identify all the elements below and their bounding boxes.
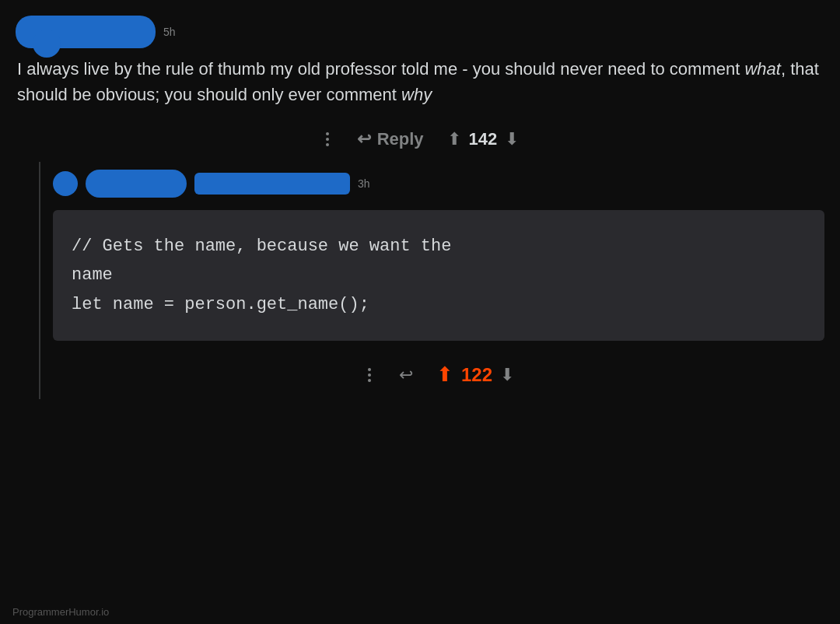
comment1-text1: I always live by the rule of thumb my ol…: [17, 59, 744, 79]
reply-avatar: [53, 171, 78, 196]
downvote-button[interactable]: ⬇: [505, 129, 519, 149]
reply-vote-count: 122: [461, 364, 492, 386]
comment2-header: 3h: [53, 170, 824, 198]
code-line1: // Gets the name, because we want the: [72, 237, 451, 256]
reply-downvote-button[interactable]: ⬇: [500, 365, 514, 385]
reply-button[interactable]: ↩ Reply: [357, 129, 424, 149]
reply-username-blur2: [194, 173, 350, 195]
reply-username-blur1: [86, 170, 187, 198]
reply-more-options-button[interactable]: [363, 365, 376, 385]
avatar: [33, 30, 61, 58]
code-line3: let name = person.get_name();: [72, 295, 369, 314]
comment1-italic1: what: [744, 59, 780, 79]
code-block: // Gets the name, because we want the na…: [53, 210, 824, 341]
comment1-body: I always live by the rule of thumb my ol…: [16, 56, 824, 107]
reply-button-2[interactable]: ↩: [399, 365, 413, 385]
reply-upvote-button[interactable]: ⬆: [436, 363, 453, 387]
comment2-timestamp: 3h: [358, 177, 370, 190]
main-comment: 5h I always live by the rule of thumb my…: [0, 0, 840, 407]
reply-vote-controls: ⬆ 122 ⬇: [436, 363, 514, 387]
vote-controls: ⬆ 142 ⬇: [447, 129, 520, 149]
comment1-action-bar: ↩ Reply ⬆ 142 ⬇: [16, 123, 824, 162]
comment2-action-bar: ↩ ⬆ 122 ⬇: [53, 356, 824, 399]
comment1-italic2: why: [401, 85, 432, 104]
reply-comment: 3h // Gets the name, because we want the…: [39, 162, 824, 399]
comment1-header: 5h: [16, 16, 824, 48]
watermark: ProgrammerHumor.io: [12, 606, 109, 618]
upvote-button[interactable]: ⬆: [447, 129, 461, 149]
code-line2: name: [72, 265, 113, 285]
reply-arrow-icon: ↩: [357, 129, 371, 149]
more-options-button[interactable]: [321, 129, 334, 149]
reply-label: Reply: [377, 129, 424, 149]
comment1-timestamp: 5h: [163, 26, 176, 38]
vote-count: 142: [469, 129, 498, 149]
